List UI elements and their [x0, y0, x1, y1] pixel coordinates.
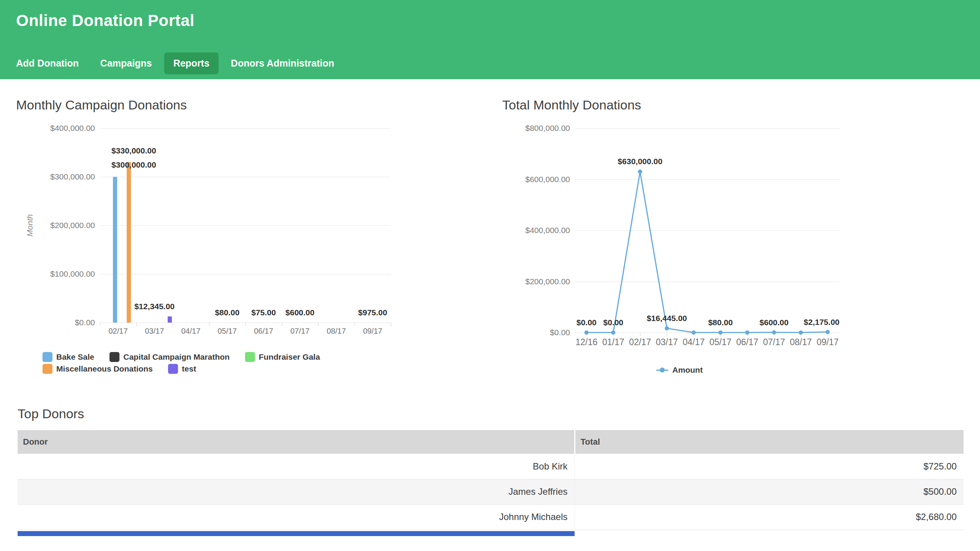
x-axis-tick: [173, 323, 173, 326]
line-chart-plot: $0.00$200,000.00$400,000.00$600,000.00$8…: [501, 79, 858, 397]
monthly-campaign-donations-chart: Monthly Campaign Donations Month $0.00$1…: [0, 79, 421, 397]
legend-swatch-icon: [168, 364, 178, 374]
donor-cell: Johnny Michaels: [18, 504, 575, 530]
bar-data-label: $75.00: [251, 305, 276, 320]
y-axis-tick-label: $400,000.00: [18, 123, 95, 133]
top-donors-title: Top Donors: [18, 406, 84, 421]
line-data-label: $16,445.00: [647, 313, 687, 324]
x-axis-tick: [282, 323, 282, 326]
legend-label: Miscellaneous Donations: [56, 364, 153, 373]
bar-data-label: $975.00: [358, 305, 387, 320]
x-axis-tick-label: 09/17: [363, 327, 382, 336]
legend-label: Capital Campaign Marathon: [123, 352, 230, 362]
x-axis-tick: [245, 323, 246, 326]
app-header: Online Donation Portal Add DonationCampa…: [0, 0, 980, 79]
y-axis-tick-label: $0.00: [18, 318, 95, 328]
total-cell: $2,680.00: [575, 504, 964, 530]
top-donors-table: Donor Total Bob Kirk$725.00James Jeffrie…: [18, 430, 964, 530]
nav-item-add-donation[interactable]: Add Donation: [7, 52, 88, 74]
line-data-label: $0.00: [603, 317, 624, 328]
x-axis-tick-label: 05/17: [217, 327, 237, 336]
table-row: Bob Kirk$725.00: [18, 454, 964, 479]
line-data-label: $2,175.00: [804, 317, 840, 328]
gridline: [100, 177, 391, 177]
legend-item-capital-campaign-marathon[interactable]: Capital Campaign Marathon: [109, 352, 230, 362]
main-nav: Add DonationCampaignsReportsDonors Admin…: [7, 52, 343, 74]
legend-swatch-icon: [42, 364, 52, 374]
legend-item-bake-sale[interactable]: Bake Sale: [42, 352, 94, 362]
line-data-label: $0.00: [577, 317, 597, 328]
top-donors-section: Top Donors Donor Total Bob Kirk$725.00Ja…: [0, 398, 980, 551]
nav-item-campaigns[interactable]: Campaigns: [91, 52, 161, 74]
bar-data-label: $600.00: [286, 305, 315, 320]
x-axis-tick-label: 02/17: [108, 327, 127, 336]
line-data-label: $600.00: [760, 317, 789, 328]
x-axis-tick-label: 06/17: [254, 327, 273, 336]
bar-test: [168, 316, 172, 323]
bar-chart-legend: Bake SaleCapital Campaign MarathonFundra…: [42, 352, 349, 374]
x-axis-tick-label: 04/17: [181, 327, 200, 336]
total-cell: $725.00: [575, 454, 964, 479]
x-axis-tick: [100, 323, 100, 326]
legend-item-miscellaneous-donations[interactable]: Miscellaneous Donations: [42, 364, 153, 374]
gridline: [100, 274, 391, 274]
table-row: James Jeffries$500.00: [18, 479, 964, 504]
x-axis-tick: [354, 323, 355, 326]
total-column-header: Total: [575, 430, 964, 454]
legend-swatch-icon: [109, 352, 119, 362]
total-monthly-donations-chart: Total Monthly Donations $0.00$200,000.00…: [501, 79, 858, 397]
x-axis-tick-label: 08/17: [327, 327, 346, 336]
legend-label: Fundraiser Gala: [259, 352, 320, 362]
line-data-label: $630,000.00: [618, 156, 663, 167]
legend-swatch-icon: [245, 352, 255, 362]
legend-label: test: [182, 364, 196, 373]
app-title: Online Donation Portal: [16, 11, 194, 30]
table-row: Johnny Michaels$2,680.00: [18, 504, 964, 530]
y-axis-tick-label: $200,000.00: [18, 220, 95, 230]
bar-bake-sale: [113, 177, 117, 323]
x-axis-tick: [136, 323, 137, 326]
legend-item-test[interactable]: test: [168, 364, 196, 374]
x-axis-tick-label: 07/17: [290, 327, 309, 336]
bar-data-label: $330,000.00$300,000.00: [111, 143, 156, 172]
x-axis-tick-label: 03/17: [145, 327, 164, 336]
x-axis-tick: [209, 323, 209, 326]
y-axis-tick-label: $300,000.00: [18, 172, 95, 182]
x-axis-tick: [391, 323, 391, 326]
bar-miscellaneous-donations: [127, 162, 131, 323]
gridline: [100, 225, 391, 226]
table-header-row: Donor Total: [18, 430, 964, 454]
bar-chart-plot: $0.00$100,000.00$200,000.00$300,000.00$4…: [0, 79, 421, 397]
table-footer-blue-bar: [18, 531, 575, 536]
bar-data-label: $80.00: [215, 305, 239, 320]
nav-item-donors-administration[interactable]: Donors Administration: [222, 52, 343, 74]
line-data-label: $80.00: [708, 317, 733, 328]
nav-item-reports[interactable]: Reports: [164, 52, 219, 74]
donor-cell: Bob Kirk: [18, 454, 575, 479]
x-axis-tick: [318, 323, 318, 326]
total-cell: $500.00: [575, 479, 964, 504]
legend-label: Bake Sale: [56, 352, 94, 362]
bar-data-label: $12,345.00: [134, 299, 175, 313]
legend-item-fundraiser-gala[interactable]: Fundraiser Gala: [245, 352, 320, 362]
top-donors-table-body: Bob Kirk$725.00James Jeffries$500.00John…: [18, 454, 964, 530]
gridline: [100, 128, 391, 129]
amount-line-series: [501, 79, 858, 397]
donor-cell: James Jeffries: [18, 479, 575, 504]
y-axis-tick-label: $100,000.00: [18, 269, 95, 279]
legend-swatch-icon: [42, 352, 52, 362]
donor-column-header: Donor: [18, 430, 575, 454]
